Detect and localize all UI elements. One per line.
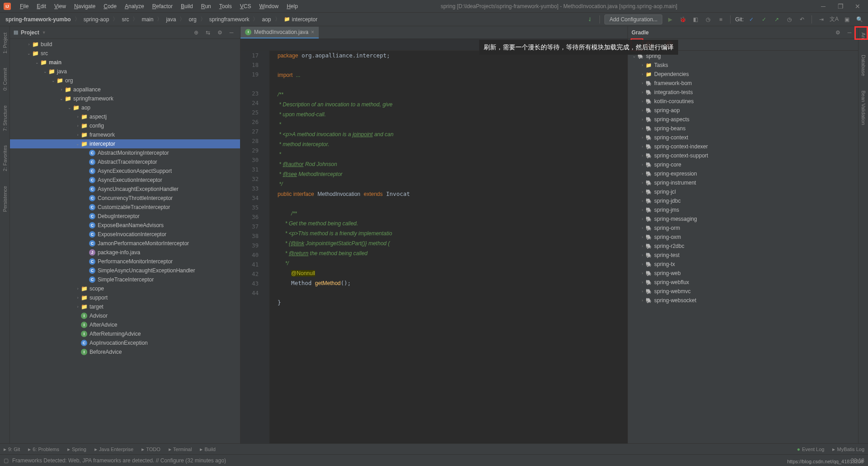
gradle-item[interactable]: ›🐘spring-r2dbc [628,242,858,251]
tree-row[interactable]: CDebugInterceptor [10,212,240,221]
minimize-button[interactable]: ─ [816,2,830,11]
gradle-item[interactable]: ›🐘spring-jms [628,205,858,214]
tree-row[interactable]: ›📁framework [10,130,240,139]
stop-icon[interactable]: ■ [716,14,726,24]
tree-row[interactable]: CSimpleAsyncUncaughtExceptionHandler [10,266,240,275]
menu-file[interactable]: File [16,2,32,11]
gradle-item[interactable]: ›🐘spring-jcl [628,187,858,196]
menu-code[interactable]: Code [100,2,120,11]
gradle-item[interactable]: ›🐘spring-orm [628,223,858,233]
gradle-item[interactable]: ›🐘spring-oxm [628,233,858,242]
bottom-right-tab[interactable]: ▸ MyBatis Log [832,446,864,452]
gradle-item[interactable]: ›🐘spring-expression [628,169,858,178]
bottom-tab[interactable]: ▸ Build [200,446,215,452]
git-commit-icon[interactable]: ✓ [759,14,769,24]
breadcrumb-item[interactable]: aop [260,15,273,24]
gradle-item[interactable]: ›📁Tasks [628,61,858,70]
left-tab[interactable]: 1: Project [1,30,9,56]
bottom-right-tab[interactable]: ● Event Log [797,446,825,452]
settings-icon[interactable]: ⚙ [215,28,225,38]
gradle-item[interactable]: ›🐘spring-context-indexer [628,142,858,151]
breadcrumb-item[interactable]: org [187,15,198,24]
maximize-button[interactable]: ❐ [834,2,847,11]
bottom-tab[interactable]: ▸ TODO [142,446,160,452]
project-tree[interactable]: ›📁build⌄📁src⌄📁main⌄📁java⌄📁org›📁aopallian… [10,39,240,443]
bottom-tab[interactable]: ▸ 6: Problems [28,446,59,452]
menu-analyze[interactable]: Analyze [121,2,148,11]
menu-window[interactable]: Window [255,2,282,11]
git-history-icon[interactable]: ◷ [784,14,794,24]
gradle-item[interactable]: ›📁Dependencies [628,70,858,79]
git-rollback-icon[interactable]: ↶ [797,14,807,24]
right-tab[interactable]: Database [860,52,867,79]
left-tab[interactable]: 2: Favorites [1,143,9,174]
debug-icon[interactable]: 🐞 [678,14,688,24]
goto-icon[interactable]: ⇥ [816,14,826,24]
tree-row[interactable]: ›📁support [10,293,240,302]
coverage-icon[interactable]: ◧ [690,14,700,24]
menu-help[interactable]: Help [283,2,302,11]
tree-row[interactable]: ⌄📁aop [10,103,240,112]
editor-tab[interactable]: I MethodInvocation.java × [241,27,319,38]
gradle-item[interactable]: ›🐘spring-webflux [628,278,858,287]
collapse-icon[interactable]: ⇆ [203,28,213,38]
gradle-item[interactable]: ›🐘spring-context [628,133,858,142]
search-everywhere-icon[interactable]: 🔍 [854,14,864,24]
tree-row[interactable]: IAfterAdvice [10,320,240,329]
gradle-item[interactable]: ›🐘framework-bom [628,79,858,88]
right-tab[interactable]: Bean Validation [860,88,867,128]
breadcrumb-item[interactable]: springframework [208,15,251,24]
tree-row[interactable]: CPerformanceMonitorInterceptor [10,257,240,266]
bottom-tab[interactable]: ▸ Spring [67,446,86,452]
gradle-item[interactable]: ›🐘kotlin-coroutines [628,97,858,106]
menu-navigate[interactable]: Navigate [71,2,99,11]
add-configuration-button[interactable]: Add Configuration... [604,14,662,24]
gradle-item[interactable]: ›🐘spring-aspects [628,115,858,124]
run-icon[interactable]: ▶ [665,14,675,24]
tree-row[interactable]: ⌄📁java [10,67,240,76]
git-push-icon[interactable]: ↗ [772,14,782,24]
menu-vcs[interactable]: VCS [236,2,255,11]
tree-row[interactable]: CJamonPerformanceMonitorInterceptor [10,239,240,248]
tree-row[interactable]: ⌄📁springframework [10,94,240,103]
close-tab-icon[interactable]: × [311,29,314,35]
status-message[interactable]: Frameworks Detected: Web, JPA frameworks… [12,457,226,464]
left-tab[interactable]: 7: Structure [1,103,9,134]
git-update-icon[interactable]: ✓ [746,14,756,24]
translate-icon[interactable]: 文A [829,14,839,24]
tree-row[interactable]: ›📁build [10,40,240,49]
menu-run[interactable]: Run [198,2,215,11]
tree-row[interactable]: ›📁target [10,302,240,311]
tree-row[interactable]: CAbstractTraceInterceptor [10,157,240,166]
tree-row[interactable]: CSimpleTraceInterceptor [10,275,240,284]
gradle-item[interactable]: ›🐘spring-tx [628,260,858,269]
tree-row[interactable]: IAdvisor [10,311,240,320]
tree-row[interactable]: CExposeInvocationInterceptor [10,230,240,239]
menu-view[interactable]: View [51,2,70,11]
bottom-tab[interactable]: ▸ Java Enterprise [94,446,133,452]
breadcrumb-item[interactable]: 📁 interceptor [282,15,320,24]
menu-edit[interactable]: Edit [33,2,50,11]
gradle-item[interactable]: ›🐘spring-context-support [628,151,858,160]
tree-row[interactable]: CAbstractMonitoringInterceptor [10,148,240,157]
gradle-item[interactable]: ›🐘spring-jdbc [628,196,858,205]
tree-row[interactable]: CAsyncUncaughtExceptionHandler [10,185,240,194]
tree-row[interactable]: ›📁scope [10,284,240,293]
gradle-settings-icon[interactable]: ⚙ [833,28,843,38]
tree-row[interactable]: ⌄📁main [10,58,240,67]
gradle-tree[interactable]: ⌄🐘spring›📁Tasks›📁Dependencies›🐘framework… [628,51,858,443]
bottom-tab[interactable]: ▸ 9: Git [4,446,20,452]
tree-row[interactable]: IBeforeAdvice [10,347,240,357]
left-tab[interactable]: Persistence [1,183,9,214]
tree-row[interactable]: ›📁aspectj [10,112,240,121]
gradle-item[interactable]: ›🐘integration-tests [628,88,858,97]
menu-refactor[interactable]: Refactor [149,2,176,11]
tree-row[interactable]: CAsyncExecutionInterceptor [10,176,240,185]
breadcrumb-item[interactable]: main [140,15,155,24]
gradle-item[interactable]: ›🐘spring-web [628,269,858,278]
tree-row[interactable]: CCustomizableTraceInterceptor [10,203,240,212]
locate-icon[interactable]: ⊕ [191,28,201,38]
build-icon[interactable]: ⇃ [585,14,595,24]
tree-row[interactable]: ⌄📁interceptor [10,139,240,148]
gradle-item[interactable]: ›🐘spring-websocket [628,296,858,305]
